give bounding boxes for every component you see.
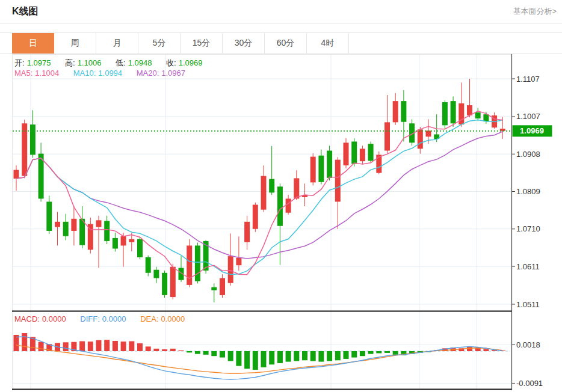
svg-text:0.0018: 0.0018 [516, 340, 540, 349]
tab-60min[interactable]: 60分 [265, 33, 307, 54]
svg-text:1.1007: 1.1007 [516, 112, 540, 121]
tab-15min[interactable]: 15分 [181, 33, 223, 54]
svg-text:1.0908: 1.0908 [516, 150, 540, 159]
tab-30min[interactable]: 30分 [223, 33, 265, 54]
grid-lines [13, 54, 512, 390]
svg-text:1.1107: 1.1107 [516, 75, 540, 84]
y-axis: 1.11071.10071.09081.08091.07101.06111.05… [511, 54, 543, 390]
svg-text:1.0809: 1.0809 [516, 187, 540, 196]
svg-text:-0.0091: -0.0091 [516, 379, 543, 388]
tab-month[interactable]: 月 [96, 33, 138, 54]
ma10-line [16, 120, 502, 275]
tab-day[interactable]: 日 [12, 33, 54, 54]
svg-text:1.0710: 1.0710 [516, 224, 540, 233]
tab-4hour[interactable]: 4时 [307, 33, 349, 54]
interval-tab-bar: 日周月5分15分30分60分4时 [0, 32, 562, 54]
tab-week[interactable]: 周 [54, 33, 96, 54]
tab-5min[interactable]: 5分 [138, 33, 181, 54]
page-title: K线图 [12, 5, 39, 18]
fundamental-analysis-link[interactable]: 基本面分析> [513, 6, 557, 17]
svg-text:1.0511: 1.0511 [516, 300, 540, 309]
kline-chart-canvas[interactable]: 1.11071.10071.09081.08091.07101.06111.05… [0, 0, 562, 392]
page-header: K线图 基本面分析> [0, 0, 562, 24]
svg-text:1.0611: 1.0611 [516, 262, 540, 271]
current-price-tag: 1.0969 [513, 125, 552, 136]
candlestick-series [14, 79, 505, 302]
svg-text:1.0969: 1.0969 [520, 126, 544, 135]
